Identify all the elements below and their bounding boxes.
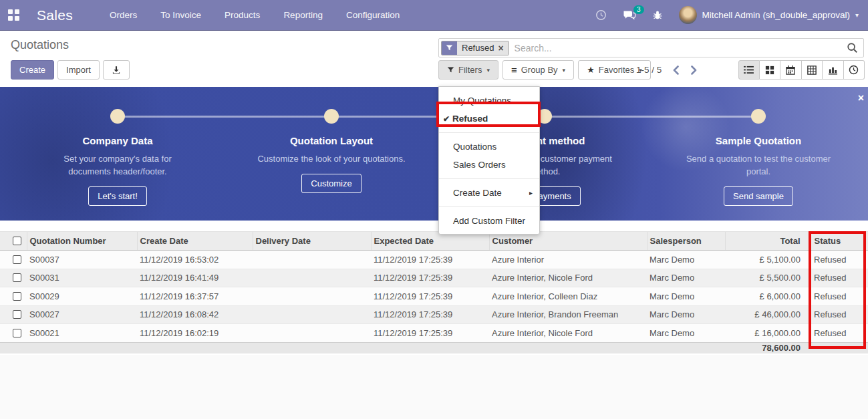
header-delivery-date[interactable]: Delivery Date: [253, 232, 371, 251]
cell-salesperson: Marc Demo: [647, 251, 725, 269]
app-name[interactable]: Sales: [37, 7, 73, 23]
facet-remove-icon[interactable]: ×: [498, 43, 503, 53]
pager-next-icon[interactable]: [690, 65, 698, 75]
cell-status: Refused: [809, 269, 868, 287]
filter-item-create-date[interactable]: Create Date ▸: [439, 184, 539, 202]
cell-status: Refused: [809, 324, 868, 343]
cell-total: £ 16,000.00: [725, 324, 809, 343]
export-download-button[interactable]: [103, 60, 130, 80]
step-description: Set your company's data for documents he…: [43, 152, 193, 178]
search-bar[interactable]: Refused ×: [438, 38, 864, 57]
step-title: Sample Quotation: [716, 135, 801, 146]
cell-delivery-date: [253, 287, 371, 306]
onboarding-step-quotation-layout: Quotation Layout Customize the look of y…: [250, 109, 413, 193]
group-by-button[interactable]: ≡ Group By ▾: [502, 60, 574, 80]
table-row[interactable]: S00031 11/12/2019 16:41:49 11/12/2019 17…: [0, 269, 868, 287]
lets-start-button[interactable]: Let's start!: [88, 186, 147, 206]
calendar-view-icon[interactable]: [780, 60, 802, 80]
step-dot: [751, 109, 766, 124]
create-button[interactable]: Create: [11, 60, 54, 80]
cell-create-date: 11/12/2019 16:41:49: [137, 269, 253, 287]
filter-item-add-custom-filter[interactable]: Add Custom Filter: [439, 212, 539, 230]
row-checkbox[interactable]: [13, 255, 21, 264]
filter-item-quotations[interactable]: Quotations: [439, 138, 539, 156]
nav-menu-products[interactable]: Products: [225, 10, 260, 20]
table-row[interactable]: S00021 11/12/2019 16:02:19 11/12/2019 17…: [0, 324, 868, 343]
filters-button[interactable]: Filters ▾: [438, 60, 498, 80]
cell-quotation-number: S00021: [27, 324, 137, 343]
messages-icon[interactable]: 3: [623, 10, 636, 21]
customize-button[interactable]: Customize: [301, 174, 361, 193]
nav-menu-to-invoice[interactable]: To Invoice: [160, 10, 201, 20]
cell-create-date: 11/12/2019 16:37:57: [137, 287, 253, 306]
cell-salesperson: Marc Demo: [647, 305, 725, 324]
step-description: Customize the look of your quotations.: [257, 152, 405, 165]
header-quotation-number[interactable]: Quotation Number: [27, 232, 137, 251]
table-row[interactable]: S00029 11/12/2019 16:37:57 11/12/2019 17…: [0, 287, 868, 306]
row-checkbox[interactable]: [13, 329, 21, 337]
cell-customer: Azure Interior, Colleen Diaz: [489, 287, 647, 306]
send-sample-button[interactable]: Send sample: [724, 186, 793, 206]
filter-item-sales-orders[interactable]: Sales Orders: [439, 156, 539, 174]
banner-close-icon[interactable]: ×: [858, 94, 864, 103]
select-all-header[interactable]: [0, 232, 27, 251]
table-row[interactable]: S00037 11/12/2019 16:53:02 11/12/2019 17…: [0, 251, 868, 269]
header-create-date[interactable]: Create Date: [137, 232, 253, 251]
cell-total: £ 5,100.00: [725, 251, 809, 269]
pager-previous-icon[interactable]: [672, 65, 680, 75]
header-salesperson[interactable]: Salesperson: [647, 232, 725, 251]
cell-quotation-number: S00037: [27, 251, 137, 269]
debug-bug-icon[interactable]: [652, 10, 663, 21]
cell-create-date: 11/12/2019 16:08:42: [137, 305, 253, 324]
user-menu[interactable]: Mitchell Admin (sh_double_approval) ▾: [679, 6, 859, 24]
top-navbar: Sales Orders To Invoice Products Reporti…: [0, 0, 868, 31]
import-button[interactable]: Import: [57, 60, 100, 80]
nav-menu-configuration[interactable]: Configuration: [346, 10, 400, 20]
chevron-down-icon: ▾: [563, 67, 566, 74]
graph-view-icon[interactable]: [823, 60, 844, 80]
activity-view-icon[interactable]: [844, 60, 865, 80]
cell-expected-date: 11/12/2019 17:25:39: [371, 324, 489, 343]
quotations-table: Quotation Number Create Date Delivery Da…: [0, 231, 868, 354]
select-all-checkbox[interactable]: [13, 237, 21, 245]
cell-quotation-number: S00029: [27, 287, 137, 306]
apps-grid-icon[interactable]: [8, 9, 20, 21]
cell-quotation-number: S00027: [27, 305, 137, 324]
table-header-row: Quotation Number Create Date Delivery Da…: [0, 232, 868, 251]
row-checkbox[interactable]: [13, 292, 21, 301]
activities-clock-icon[interactable]: [595, 9, 607, 21]
cell-quotation-number: S00031: [27, 269, 137, 287]
header-status[interactable]: Status: [809, 232, 868, 251]
list-view-icon[interactable]: [738, 60, 760, 80]
cell-create-date: 11/12/2019 16:53:02: [137, 251, 253, 269]
filter-funnel-icon: [447, 66, 454, 74]
cell-delivery-date: [253, 305, 371, 324]
user-name: Mitchell Admin (sh_double_approval): [702, 10, 850, 20]
step-description: Send a quotation to test the customer po…: [684, 152, 834, 178]
row-checkbox[interactable]: [13, 273, 21, 282]
pivot-view-icon[interactable]: [802, 60, 823, 80]
page-background: [0, 355, 868, 419]
header-total[interactable]: Total: [725, 232, 809, 251]
filters-dropdown-menu: My Quotations ✔ Refused Quotations Sales…: [438, 86, 540, 235]
filter-item-my-quotations[interactable]: My Quotations: [439, 92, 539, 110]
nav-menu-orders[interactable]: Orders: [110, 10, 137, 20]
table-footer-row: 78,600.00: [0, 342, 868, 354]
table-row[interactable]: S00027 11/12/2019 16:08:42 11/12/2019 17…: [0, 305, 868, 324]
row-checkbox[interactable]: [13, 310, 21, 319]
cell-status: Refused: [809, 305, 868, 324]
control-panel: Quotations Refused × Create Import: [0, 31, 868, 87]
cell-status: Refused: [809, 251, 868, 269]
cell-customer: Azure Interior: [489, 251, 647, 269]
kanban-view-icon[interactable]: [760, 60, 781, 80]
search-input[interactable]: [515, 43, 847, 53]
pager-range[interactable]: 1-5 / 5: [636, 65, 662, 75]
facet-label-text: Refused: [462, 43, 494, 53]
search-magnifier-icon[interactable]: [847, 42, 858, 53]
message-count-badge: 3: [633, 5, 644, 14]
star-icon: ★: [587, 65, 595, 75]
cell-delivery-date: [253, 251, 371, 269]
cell-customer: Azure Interior, Nicole Ford: [489, 324, 647, 343]
nav-menu-reporting[interactable]: Reporting: [283, 10, 323, 20]
filter-item-refused[interactable]: ✔ Refused: [439, 110, 539, 128]
